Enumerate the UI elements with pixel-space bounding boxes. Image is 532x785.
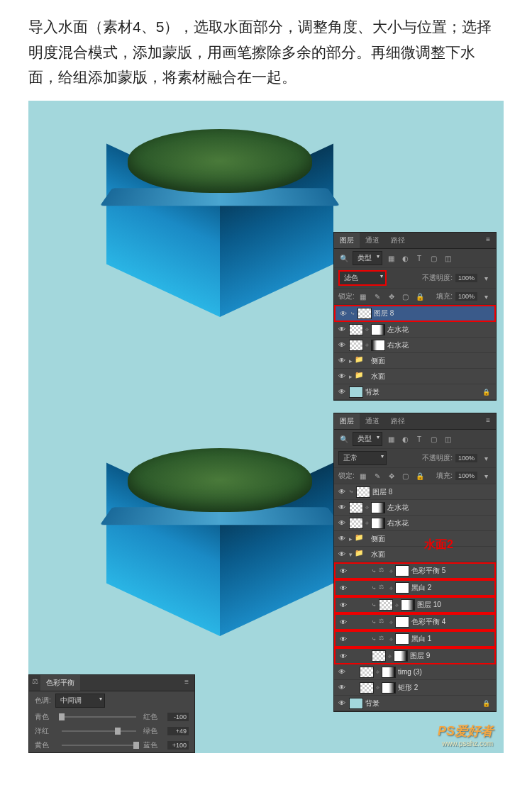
visibility-icon[interactable]: 👁 (337, 357, 347, 364)
layer-name[interactable]: 图层 8 (374, 308, 492, 318)
layer-thumb[interactable] (349, 386, 363, 398)
layer-thumb[interactable] (356, 486, 370, 498)
search-icon[interactable]: 🔍 (338, 252, 350, 264)
layer-name[interactable]: timg (3) (398, 668, 493, 676)
mask-thumb[interactable] (371, 324, 385, 335)
layer-name[interactable]: 色彩平衡 5 (411, 566, 492, 576)
tab-layers[interactable]: 图层 (334, 413, 360, 429)
layer-row[interactable]: 👁 ▸ 📁 侧面 (334, 353, 496, 369)
layer-row[interactable]: 👁背景🔒 (334, 696, 496, 711)
visibility-icon[interactable]: 👁 (337, 550, 347, 558)
lock-brush-icon[interactable]: ✎ (372, 470, 383, 481)
slider-value[interactable]: +49 (167, 727, 189, 735)
visibility-icon[interactable]: 👁 (337, 519, 347, 527)
layer-name[interactable]: 背景 (365, 387, 480, 397)
slider-value[interactable]: -100 (167, 713, 189, 721)
filter-adjust-icon[interactable]: ◐ (399, 252, 411, 264)
lock-move-icon[interactable]: ✥ (386, 470, 397, 481)
mask-thumb[interactable] (395, 633, 409, 645)
visibility-icon[interactable]: 👁 (337, 341, 347, 349)
layer-name[interactable]: 黑白 1 (411, 634, 492, 644)
mask-thumb[interactable] (371, 518, 385, 529)
layer-name[interactable]: 图层 9 (410, 651, 492, 661)
blend-mode-dropdown[interactable]: 正常 (338, 451, 387, 465)
filter-kind-dropdown[interactable]: 类型 (353, 251, 382, 265)
lock-brush-icon[interactable]: ✎ (372, 291, 383, 302)
layer-row[interactable]: 👁 背景 🔒 (334, 384, 496, 400)
layer-name[interactable]: 图层 8 (372, 487, 493, 497)
visibility-icon[interactable]: 👁 (337, 325, 347, 333)
lock-all-icon[interactable]: 🔒 (414, 470, 426, 481)
filter-adjust-icon[interactable]: ◐ (399, 433, 411, 445)
mask-thumb[interactable] (395, 565, 409, 577)
fill-input[interactable]: 100% (455, 472, 477, 480)
visibility-icon[interactable]: 👁 (337, 372, 347, 380)
layer-thumb[interactable] (360, 667, 374, 678)
layer-row[interactable]: 👁 ⎆ 左水花 (334, 322, 496, 338)
tab-paths[interactable]: 路径 (385, 233, 411, 248)
blend-mode-dropdown[interactable]: 滤色 (338, 270, 387, 286)
lock-artboard-icon[interactable]: ▢ (400, 291, 411, 302)
filter-shape-icon[interactable]: ▢ (428, 252, 439, 264)
panel-menu-icon[interactable]: ≡ (179, 675, 194, 691)
mask-thumb[interactable] (371, 340, 385, 351)
visibility-icon[interactable]: 👁 (337, 503, 347, 511)
tone-dropdown[interactable]: 中间调 (55, 694, 105, 708)
visibility-icon[interactable]: 👁 (337, 488, 347, 496)
filter-pixel-icon[interactable]: ▦ (385, 252, 397, 264)
mask-thumb[interactable] (395, 616, 409, 628)
visibility-icon[interactable]: 👁 (338, 618, 348, 626)
mask-thumb[interactable] (401, 599, 415, 611)
visibility-icon[interactable]: 👁 (338, 567, 348, 575)
lock-all-icon[interactable]: 🔒 (414, 291, 426, 302)
fill-input[interactable]: 100% (455, 292, 477, 301)
visibility-icon[interactable]: 👁 (338, 652, 348, 660)
layer-row[interactable]: 👁⤷⚖⎆黑白 2 (334, 579, 496, 596)
filter-pixel-icon[interactable]: ▦ (385, 433, 397, 445)
visibility-icon[interactable]: 👁 (337, 684, 347, 691)
filter-smart-icon[interactable]: ◫ (442, 252, 453, 264)
layer-name[interactable]: 水面 (371, 372, 493, 382)
visibility-icon[interactable]: 👁 (338, 635, 348, 643)
layer-name[interactable]: 侧面 (371, 356, 493, 366)
visibility-icon[interactable]: 👁 (338, 310, 348, 318)
tab-paths[interactable]: 路径 (385, 413, 411, 429)
mask-thumb[interactable] (394, 650, 408, 662)
layer-row[interactable]: 👁⤷图层 8 (334, 484, 496, 500)
tab-channels[interactable]: 通道 (360, 413, 385, 429)
layer-thumb[interactable] (349, 698, 363, 709)
panel-menu-icon[interactable]: ≡ (480, 233, 496, 248)
layer-row[interactable]: 👁 ⤷ 图层 8 (334, 305, 496, 322)
layer-row[interactable]: 👁 ⎆ 右水花 (334, 338, 496, 353)
opacity-input[interactable]: 100% (455, 454, 477, 462)
search-icon[interactable]: 🔍 (338, 433, 350, 445)
opacity-input[interactable]: 100% (455, 274, 477, 282)
layer-row[interactable]: 👁⎆图层 9 (334, 647, 496, 664)
layer-thumb[interactable] (379, 599, 393, 611)
layer-row[interactable]: 👁⤷⚖⎆色彩平衡 5 (334, 562, 496, 579)
layer-name[interactable]: 色彩平衡 4 (411, 617, 492, 627)
layer-thumb[interactable] (372, 650, 386, 662)
visibility-icon[interactable]: 👁 (338, 584, 348, 592)
layer-row[interactable]: 👁⎆矩形 2 (334, 680, 496, 696)
panel-menu-icon[interactable]: ≡ (480, 413, 496, 429)
lock-move-icon[interactable]: ✥ (386, 291, 397, 302)
lock-transparent-icon[interactable]: ▦ (358, 291, 369, 302)
filter-text-icon[interactable]: T (414, 252, 425, 264)
layer-thumb[interactable] (349, 518, 363, 529)
filter-kind-dropdown[interactable]: 类型 (353, 432, 382, 446)
visibility-icon[interactable]: 👁 (337, 388, 347, 396)
slider-value[interactable]: +100 (167, 741, 189, 750)
layer-row[interactable]: 👁⤷⎆图层 10 (334, 596, 496, 613)
layer-name[interactable]: 左水花 (387, 503, 493, 513)
layer-thumb[interactable] (358, 308, 372, 319)
layer-thumb[interactable] (360, 682, 374, 694)
layer-name[interactable]: 矩形 2 (398, 683, 493, 693)
slider-thumb[interactable] (59, 713, 65, 720)
layer-name[interactable]: 图层 10 (417, 600, 492, 610)
filter-shape-icon[interactable]: ▢ (428, 433, 439, 445)
visibility-icon[interactable]: 👁 (338, 601, 348, 609)
layer-thumb[interactable] (349, 340, 363, 351)
layer-row[interactable]: 👁▸📁侧面 (334, 531, 496, 547)
mask-thumb[interactable] (371, 502, 385, 513)
